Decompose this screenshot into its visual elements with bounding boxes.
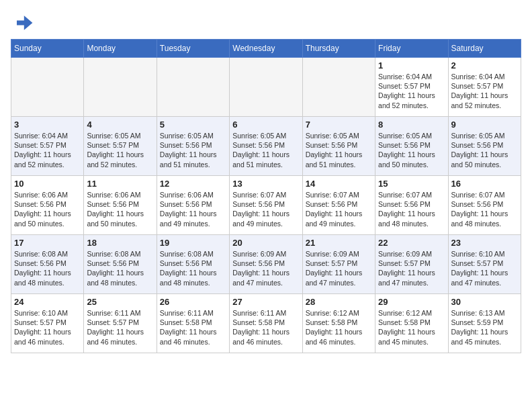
day-of-week-header: Friday: [375, 40, 448, 58]
day-info: Sunrise: 6:05 AM Sunset: 5:56 PM Dayligh…: [160, 131, 226, 169]
calendar-day-cell: 24Sunrise: 6:10 AM Sunset: 5:57 PM Dayli…: [11, 294, 84, 353]
day-number: 10: [14, 179, 81, 189]
calendar-day-cell: 2Sunrise: 6:04 AM Sunset: 5:57 PM Daylig…: [448, 58, 521, 117]
day-info: Sunrise: 6:11 AM Sunset: 5:58 PM Dayligh…: [232, 308, 299, 347]
day-info: Sunrise: 6:05 AM Sunset: 5:56 PM Dayligh…: [232, 131, 299, 169]
calendar-day-cell: 9Sunrise: 6:05 AM Sunset: 5:56 PM Daylig…: [448, 117, 521, 176]
day-number: 29: [378, 297, 445, 307]
calendar-day-cell: 27Sunrise: 6:11 AM Sunset: 5:58 PM Dayli…: [230, 294, 302, 353]
day-number: 17: [14, 238, 81, 248]
day-info: Sunrise: 6:04 AM Sunset: 5:57 PM Dayligh…: [378, 72, 445, 110]
day-number: 27: [232, 297, 299, 307]
calendar-day-cell: 30Sunrise: 6:13 AM Sunset: 5:59 PM Dayli…: [448, 294, 521, 353]
day-of-week-header: Monday: [84, 40, 157, 58]
day-number: 12: [160, 179, 226, 189]
calendar-day-cell: 12Sunrise: 6:06 AM Sunset: 5:56 PM Dayli…: [157, 176, 229, 235]
day-info: Sunrise: 6:06 AM Sunset: 5:56 PM Dayligh…: [87, 190, 153, 228]
day-info: Sunrise: 6:12 AM Sunset: 5:58 PM Dayligh…: [378, 308, 445, 347]
calendar-day-cell: [230, 58, 302, 117]
day-number: 9: [451, 120, 518, 130]
calendar-day-cell: 1Sunrise: 6:04 AM Sunset: 5:57 PM Daylig…: [375, 58, 448, 117]
day-number: 8: [378, 120, 445, 130]
calendar-week-row: 10Sunrise: 6:06 AM Sunset: 5:56 PM Dayli…: [11, 176, 521, 235]
calendar-day-cell: 17Sunrise: 6:08 AM Sunset: 5:56 PM Dayli…: [11, 235, 84, 294]
day-info: Sunrise: 6:08 AM Sunset: 5:56 PM Dayligh…: [87, 249, 153, 287]
day-info: Sunrise: 6:04 AM Sunset: 5:57 PM Dayligh…: [451, 72, 518, 110]
day-info: Sunrise: 6:10 AM Sunset: 5:57 PM Dayligh…: [451, 249, 518, 287]
day-info: Sunrise: 6:09 AM Sunset: 5:57 PM Dayligh…: [378, 249, 445, 287]
day-info: Sunrise: 6:04 AM Sunset: 5:57 PM Dayligh…: [14, 131, 81, 169]
svg-marker-0: [17, 15, 32, 30]
day-number: 21: [306, 238, 372, 248]
day-number: 26: [160, 297, 226, 307]
calendar-day-cell: 11Sunrise: 6:06 AM Sunset: 5:56 PM Dayli…: [84, 176, 157, 235]
calendar-day-cell: 14Sunrise: 6:07 AM Sunset: 5:56 PM Dayli…: [302, 176, 375, 235]
page-header: [11, 11, 521, 35]
day-info: Sunrise: 6:08 AM Sunset: 5:56 PM Dayligh…: [160, 249, 226, 287]
calendar-day-cell: 5Sunrise: 6:05 AM Sunset: 5:56 PM Daylig…: [157, 117, 229, 176]
calendar-day-cell: 4Sunrise: 6:05 AM Sunset: 5:57 PM Daylig…: [84, 117, 157, 176]
calendar-day-cell: 16Sunrise: 6:07 AM Sunset: 5:56 PM Dayli…: [448, 176, 521, 235]
calendar-day-cell: 21Sunrise: 6:09 AM Sunset: 5:57 PM Dayli…: [302, 235, 375, 294]
day-info: Sunrise: 6:05 AM Sunset: 5:56 PM Dayligh…: [378, 131, 445, 169]
day-number: 30: [451, 297, 518, 307]
calendar-day-cell: 26Sunrise: 6:11 AM Sunset: 5:58 PM Dayli…: [157, 294, 229, 353]
day-number: 28: [306, 297, 372, 307]
calendar-week-row: 1Sunrise: 6:04 AM Sunset: 5:57 PM Daylig…: [11, 58, 521, 117]
day-info: Sunrise: 6:07 AM Sunset: 5:56 PM Dayligh…: [378, 190, 445, 228]
calendar-day-cell: 3Sunrise: 6:04 AM Sunset: 5:57 PM Daylig…: [11, 117, 84, 176]
day-info: Sunrise: 6:13 AM Sunset: 5:59 PM Dayligh…: [451, 308, 518, 347]
day-info: Sunrise: 6:09 AM Sunset: 5:56 PM Dayligh…: [232, 249, 299, 287]
day-of-week-header: Tuesday: [157, 40, 229, 58]
day-info: Sunrise: 6:07 AM Sunset: 5:56 PM Dayligh…: [306, 190, 372, 228]
day-info: Sunrise: 6:05 AM Sunset: 5:56 PM Dayligh…: [306, 131, 372, 169]
day-number: 6: [232, 120, 299, 130]
day-number: 23: [451, 238, 518, 248]
calendar-week-row: 17Sunrise: 6:08 AM Sunset: 5:56 PM Dayli…: [11, 235, 521, 294]
calendar-day-cell: [84, 58, 157, 117]
day-info: Sunrise: 6:06 AM Sunset: 5:56 PM Dayligh…: [160, 190, 226, 228]
calendar-day-cell: 10Sunrise: 6:06 AM Sunset: 5:56 PM Dayli…: [11, 176, 84, 235]
day-info: Sunrise: 6:05 AM Sunset: 5:57 PM Dayligh…: [87, 131, 153, 169]
day-info: Sunrise: 6:08 AM Sunset: 5:56 PM Dayligh…: [14, 249, 81, 287]
calendar-day-cell: 7Sunrise: 6:05 AM Sunset: 5:56 PM Daylig…: [302, 117, 375, 176]
day-number: 3: [14, 120, 81, 130]
day-number: 5: [160, 120, 226, 130]
day-of-week-header: Sunday: [11, 40, 84, 58]
day-number: 7: [306, 120, 372, 130]
calendar-day-cell: 28Sunrise: 6:12 AM Sunset: 5:58 PM Dayli…: [302, 294, 375, 353]
day-info: Sunrise: 6:12 AM Sunset: 5:58 PM Dayligh…: [306, 308, 372, 347]
day-info: Sunrise: 6:05 AM Sunset: 5:56 PM Dayligh…: [451, 131, 518, 169]
day-info: Sunrise: 6:11 AM Sunset: 5:58 PM Dayligh…: [160, 308, 226, 347]
day-info: Sunrise: 6:06 AM Sunset: 5:56 PM Dayligh…: [14, 190, 81, 228]
calendar-day-cell: 25Sunrise: 6:11 AM Sunset: 5:57 PM Dayli…: [84, 294, 157, 353]
calendar-day-cell: 6Sunrise: 6:05 AM Sunset: 5:56 PM Daylig…: [230, 117, 302, 176]
day-number: 25: [87, 297, 153, 307]
calendar-day-cell: 20Sunrise: 6:09 AM Sunset: 5:56 PM Dayli…: [230, 235, 302, 294]
calendar-day-cell: 15Sunrise: 6:07 AM Sunset: 5:56 PM Dayli…: [375, 176, 448, 235]
day-number: 22: [378, 238, 445, 248]
calendar-day-cell: 23Sunrise: 6:10 AM Sunset: 5:57 PM Dayli…: [448, 235, 521, 294]
calendar-week-row: 24Sunrise: 6:10 AM Sunset: 5:57 PM Dayli…: [11, 294, 521, 353]
calendar-week-row: 3Sunrise: 6:04 AM Sunset: 5:57 PM Daylig…: [11, 117, 521, 176]
day-number: 11: [87, 179, 153, 189]
calendar-day-cell: 8Sunrise: 6:05 AM Sunset: 5:56 PM Daylig…: [375, 117, 448, 176]
day-of-week-header: Wednesday: [230, 40, 302, 58]
day-of-week-header: Saturday: [448, 40, 521, 58]
day-number: 16: [451, 179, 518, 189]
day-number: 1: [378, 60, 445, 71]
day-number: 24: [14, 297, 81, 307]
calendar-day-cell: 29Sunrise: 6:12 AM Sunset: 5:58 PM Dayli…: [375, 294, 448, 353]
day-number: 19: [160, 238, 226, 248]
logo: [11, 11, 38, 35]
day-number: 13: [232, 179, 299, 189]
calendar-day-cell: 22Sunrise: 6:09 AM Sunset: 5:57 PM Dayli…: [375, 235, 448, 294]
day-info: Sunrise: 6:07 AM Sunset: 5:56 PM Dayligh…: [232, 190, 299, 228]
calendar-day-cell: 13Sunrise: 6:07 AM Sunset: 5:56 PM Dayli…: [230, 176, 302, 235]
day-info: Sunrise: 6:10 AM Sunset: 5:57 PM Dayligh…: [14, 308, 81, 347]
day-of-week-header: Thursday: [302, 40, 375, 58]
calendar-table: SundayMondayTuesdayWednesdayThursdayFrid…: [11, 39, 521, 353]
day-number: 14: [306, 179, 372, 189]
calendar-day-cell: [157, 58, 229, 117]
logo-icon: [11, 11, 35, 35]
